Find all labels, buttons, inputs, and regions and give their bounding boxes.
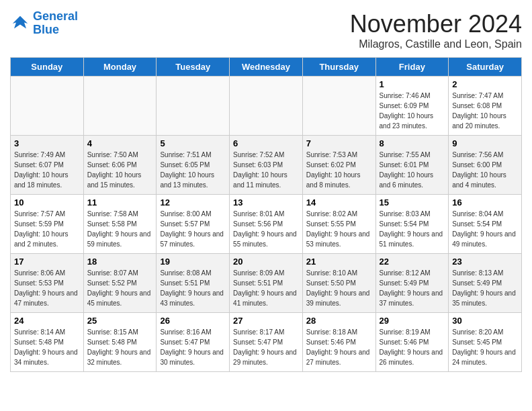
day-info: Sunrise: 7:46 AM Sunset: 6:09 PM Dayligh… xyxy=(380,91,445,131)
calendar-day-cell: 29Sunrise: 8:19 AM Sunset: 5:46 PM Dayli… xyxy=(375,313,449,372)
day-info: Sunrise: 8:10 AM Sunset: 5:50 PM Dayligh… xyxy=(306,268,372,308)
day-number: 24 xyxy=(14,316,80,326)
day-number: 9 xyxy=(452,138,518,148)
title-area: November 2024 Milagros, Castille and Leo… xyxy=(350,10,522,50)
day-number: 30 xyxy=(452,316,518,326)
calendar-day-cell: 26Sunrise: 8:16 AM Sunset: 5:47 PM Dayli… xyxy=(157,313,230,372)
calendar-day-cell: 22Sunrise: 8:12 AM Sunset: 5:49 PM Dayli… xyxy=(375,254,449,313)
calendar-day-cell: 19Sunrise: 8:08 AM Sunset: 5:51 PM Dayli… xyxy=(157,254,230,313)
day-info: Sunrise: 7:56 AM Sunset: 6:00 PM Dayligh… xyxy=(452,150,518,190)
day-info: Sunrise: 8:01 AM Sunset: 5:56 PM Dayligh… xyxy=(233,209,299,249)
day-number: 26 xyxy=(160,316,226,326)
day-info: Sunrise: 8:13 AM Sunset: 5:49 PM Dayligh… xyxy=(452,268,518,308)
weekday-header: Sunday xyxy=(11,58,84,77)
day-info: Sunrise: 8:16 AM Sunset: 5:47 PM Dayligh… xyxy=(160,327,226,367)
day-number: 6 xyxy=(233,138,299,148)
calendar-day-cell: 7Sunrise: 7:53 AM Sunset: 6:02 PM Daylig… xyxy=(302,136,375,195)
calendar-day-cell: 15Sunrise: 8:03 AM Sunset: 5:54 PM Dayli… xyxy=(375,195,449,254)
svg-marker-0 xyxy=(13,16,28,29)
calendar-day-cell xyxy=(230,77,303,136)
day-info: Sunrise: 8:18 AM Sunset: 5:46 PM Dayligh… xyxy=(306,327,372,367)
calendar-week-row: 1Sunrise: 7:46 AM Sunset: 6:09 PM Daylig… xyxy=(11,77,522,136)
day-info: Sunrise: 7:47 AM Sunset: 6:08 PM Dayligh… xyxy=(452,91,518,131)
day-number: 4 xyxy=(87,138,153,148)
calendar-day-cell: 14Sunrise: 8:02 AM Sunset: 5:55 PM Dayli… xyxy=(302,195,375,254)
day-info: Sunrise: 7:57 AM Sunset: 5:59 PM Dayligh… xyxy=(14,209,80,249)
day-number: 25 xyxy=(87,316,153,326)
day-info: Sunrise: 8:12 AM Sunset: 5:49 PM Dayligh… xyxy=(380,268,445,308)
calendar-day-cell: 11Sunrise: 7:58 AM Sunset: 5:58 PM Dayli… xyxy=(83,195,157,254)
calendar: SundayMondayTuesdayWednesdayThursdayFrid… xyxy=(10,57,522,372)
calendar-day-cell: 27Sunrise: 8:17 AM Sunset: 5:47 PM Dayli… xyxy=(230,313,303,372)
calendar-day-cell: 12Sunrise: 8:00 AM Sunset: 5:57 PM Dayli… xyxy=(157,195,230,254)
day-info: Sunrise: 8:09 AM Sunset: 5:51 PM Dayligh… xyxy=(233,268,299,308)
calendar-day-cell: 6Sunrise: 7:52 AM Sunset: 6:03 PM Daylig… xyxy=(230,136,303,195)
logo: General Blue xyxy=(10,10,78,37)
calendar-week-row: 3Sunrise: 7:49 AM Sunset: 6:07 PM Daylig… xyxy=(11,136,522,195)
day-info: Sunrise: 8:17 AM Sunset: 5:47 PM Dayligh… xyxy=(233,327,299,367)
day-info: Sunrise: 7:53 AM Sunset: 6:02 PM Dayligh… xyxy=(306,150,372,190)
day-number: 15 xyxy=(380,197,445,208)
day-number: 5 xyxy=(160,138,226,148)
day-info: Sunrise: 8:04 AM Sunset: 5:54 PM Dayligh… xyxy=(452,209,518,249)
calendar-day-cell: 9Sunrise: 7:56 AM Sunset: 6:00 PM Daylig… xyxy=(449,136,522,195)
logo-icon xyxy=(10,13,30,34)
day-info: Sunrise: 8:14 AM Sunset: 5:48 PM Dayligh… xyxy=(14,327,80,367)
calendar-day-cell: 3Sunrise: 7:49 AM Sunset: 6:07 PM Daylig… xyxy=(11,136,84,195)
day-info: Sunrise: 7:49 AM Sunset: 6:07 PM Dayligh… xyxy=(14,150,80,190)
day-number: 29 xyxy=(380,316,445,326)
day-info: Sunrise: 7:52 AM Sunset: 6:03 PM Dayligh… xyxy=(233,150,299,190)
location-title: Milagros, Castille and Leon, Spain xyxy=(350,38,522,50)
calendar-day-cell xyxy=(83,77,157,136)
day-info: Sunrise: 7:51 AM Sunset: 6:05 PM Dayligh… xyxy=(160,150,226,190)
calendar-day-cell: 24Sunrise: 8:14 AM Sunset: 5:48 PM Dayli… xyxy=(11,313,84,372)
day-number: 2 xyxy=(452,79,518,89)
day-number: 14 xyxy=(306,197,372,208)
day-number: 3 xyxy=(14,138,80,148)
calendar-day-cell: 2Sunrise: 7:47 AM Sunset: 6:08 PM Daylig… xyxy=(449,77,522,136)
calendar-day-cell: 4Sunrise: 7:50 AM Sunset: 6:06 PM Daylig… xyxy=(83,136,157,195)
day-number: 23 xyxy=(452,257,518,267)
calendar-day-cell: 16Sunrise: 8:04 AM Sunset: 5:54 PM Dayli… xyxy=(449,195,522,254)
calendar-day-cell: 23Sunrise: 8:13 AM Sunset: 5:49 PM Dayli… xyxy=(449,254,522,313)
day-number: 17 xyxy=(14,257,80,267)
day-number: 16 xyxy=(452,197,518,208)
day-info: Sunrise: 8:02 AM Sunset: 5:55 PM Dayligh… xyxy=(306,209,372,249)
calendar-day-cell: 25Sunrise: 8:15 AM Sunset: 5:48 PM Dayli… xyxy=(83,313,157,372)
day-number: 8 xyxy=(380,138,445,148)
calendar-day-cell: 21Sunrise: 8:10 AM Sunset: 5:50 PM Dayli… xyxy=(302,254,375,313)
day-info: Sunrise: 8:07 AM Sunset: 5:52 PM Dayligh… xyxy=(87,268,153,308)
day-info: Sunrise: 8:20 AM Sunset: 5:45 PM Dayligh… xyxy=(452,327,518,367)
month-title: November 2024 xyxy=(350,10,522,38)
day-number: 20 xyxy=(233,257,299,267)
weekday-header: Friday xyxy=(375,58,449,77)
day-info: Sunrise: 8:06 AM Sunset: 5:53 PM Dayligh… xyxy=(14,268,80,308)
header: General Blue November 2024 Milagros, Cas… xyxy=(10,10,522,50)
day-info: Sunrise: 8:03 AM Sunset: 5:54 PM Dayligh… xyxy=(380,209,445,249)
calendar-day-cell: 5Sunrise: 7:51 AM Sunset: 6:05 PM Daylig… xyxy=(157,136,230,195)
calendar-day-cell xyxy=(302,77,375,136)
day-number: 27 xyxy=(233,316,299,326)
day-info: Sunrise: 7:50 AM Sunset: 6:06 PM Dayligh… xyxy=(87,150,153,190)
day-number: 7 xyxy=(306,138,372,148)
day-info: Sunrise: 7:58 AM Sunset: 5:58 PM Dayligh… xyxy=(87,209,153,249)
day-number: 11 xyxy=(87,197,153,208)
day-number: 21 xyxy=(306,257,372,267)
day-number: 22 xyxy=(380,257,445,267)
calendar-day-cell: 20Sunrise: 8:09 AM Sunset: 5:51 PM Dayli… xyxy=(230,254,303,313)
weekday-header: Saturday xyxy=(449,58,522,77)
calendar-week-row: 17Sunrise: 8:06 AM Sunset: 5:53 PM Dayli… xyxy=(11,254,522,313)
calendar-week-row: 10Sunrise: 7:57 AM Sunset: 5:59 PM Dayli… xyxy=(11,195,522,254)
day-number: 12 xyxy=(160,197,226,208)
calendar-day-cell: 13Sunrise: 8:01 AM Sunset: 5:56 PM Dayli… xyxy=(230,195,303,254)
calendar-day-cell: 1Sunrise: 7:46 AM Sunset: 6:09 PM Daylig… xyxy=(375,77,449,136)
calendar-day-cell xyxy=(157,77,230,136)
calendar-day-cell: 18Sunrise: 8:07 AM Sunset: 5:52 PM Dayli… xyxy=(83,254,157,313)
calendar-day-cell: 30Sunrise: 8:20 AM Sunset: 5:45 PM Dayli… xyxy=(449,313,522,372)
calendar-day-cell: 8Sunrise: 7:55 AM Sunset: 6:01 PM Daylig… xyxy=(375,136,449,195)
day-number: 28 xyxy=(306,316,372,326)
calendar-week-row: 24Sunrise: 8:14 AM Sunset: 5:48 PM Dayli… xyxy=(11,313,522,372)
day-info: Sunrise: 8:08 AM Sunset: 5:51 PM Dayligh… xyxy=(160,268,226,308)
weekday-header: Wednesday xyxy=(230,58,303,77)
day-info: Sunrise: 8:00 AM Sunset: 5:57 PM Dayligh… xyxy=(160,209,226,249)
